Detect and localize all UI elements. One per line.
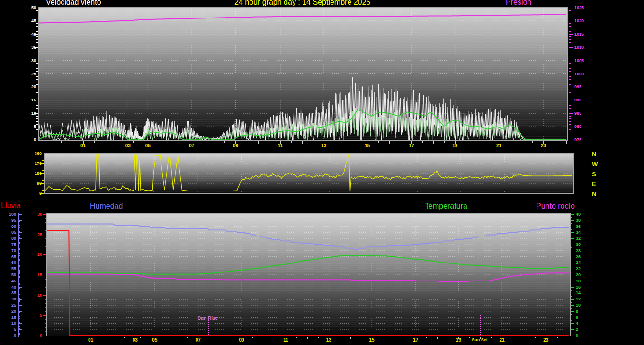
wind-axis-tick	[34, 34, 38, 35]
wind-axis-label: 5	[22, 124, 36, 129]
rain-title: Lluvia	[1, 201, 21, 209]
x-tick-bottom	[91, 337, 91, 339]
x-tick-top	[477, 141, 477, 144]
x-tick-top	[148, 141, 148, 144]
dir-axis-tick	[40, 193, 44, 194]
pressure-axis-tick	[569, 129, 571, 130]
pressure-axis-label: 1025	[574, 5, 584, 10]
humidity-axis-tick	[19, 282, 20, 282]
x-tick-bottom	[113, 337, 113, 339]
temp-axis-label: 22	[576, 266, 581, 271]
rain-axis-label: 20	[33, 252, 42, 257]
rain-axis-label: 30	[33, 212, 42, 217]
humidity-temp-dew-rain-chart	[46, 213, 571, 336]
x-tick-bottom	[69, 337, 69, 338]
wind-axis-label: 10	[22, 111, 36, 116]
x-tick-top	[269, 141, 269, 143]
humidity-axis-tick	[19, 327, 20, 327]
hour-label-bottom: 07	[194, 337, 202, 343]
humidity-axis-tick	[19, 266, 20, 267]
hour-label-bottom: 15	[367, 337, 376, 343]
x-tick-top	[335, 141, 335, 143]
temp-axis-tick	[571, 278, 572, 278]
humidity-axis-tick	[19, 311, 22, 312]
humidity-axis-tick	[19, 286, 20, 286]
humidity-axis-tick	[19, 242, 20, 243]
x-tick-bottom	[166, 337, 166, 338]
humidity-axis-tick	[19, 288, 20, 289]
x-tick-bottom	[275, 337, 275, 338]
humidity-axis-label: 35	[5, 291, 16, 295]
dir-axis-label: 270	[27, 161, 42, 166]
humidity-axis-tick	[19, 264, 20, 264]
pressure-axis-tick	[569, 74, 573, 74]
temp-axis-label: 36	[576, 224, 581, 229]
humidity-axis-label: 30	[5, 297, 16, 301]
humidity-axis-tick	[19, 300, 20, 301]
pressure-axis-tick	[569, 113, 573, 114]
temp-axis-tick	[571, 296, 572, 297]
temp-axis-label: 30	[576, 242, 581, 247]
temp-axis-tick	[571, 311, 574, 312]
hour-label-top: 11	[276, 143, 285, 148]
x-tick-bottom	[535, 337, 536, 338]
wind-axis-tick	[34, 8, 38, 8]
pressure-axis-tick	[569, 8, 573, 8]
pressure-axis-label: 1000	[574, 72, 584, 76]
humidity-axis-tick	[19, 223, 20, 223]
hour-label-bottom: 11	[282, 337, 290, 343]
dir-axis-label: 0	[27, 191, 42, 196]
x-tick-bottom	[426, 337, 427, 338]
temp-axis-label: 6	[576, 315, 578, 320]
humidity-axis-label: 50	[5, 272, 16, 277]
temp-axis-tick	[571, 245, 574, 245]
temp-axis-tick	[571, 284, 572, 284]
temp-axis-label: 26	[576, 254, 581, 259]
x-tick-bottom	[524, 337, 524, 339]
x-tick-bottom	[140, 337, 141, 338]
humidity-axis-tick	[19, 225, 20, 226]
temp-axis-tick	[571, 305, 574, 306]
humidity-axis-tick	[19, 268, 20, 268]
humidity-axis-tick	[19, 283, 20, 284]
humidity-axis-label: 65	[5, 254, 16, 259]
pressure-axis-label: 985	[574, 111, 581, 116]
humidity-axis-tick	[19, 271, 20, 272]
x-tick-top	[247, 141, 247, 143]
x-tick-bottom	[437, 337, 438, 339]
x-tick-bottom	[340, 337, 340, 338]
pressure-axis-tick	[569, 108, 571, 109]
pressure-axis-tick	[569, 13, 571, 13]
humidity-axis-tick	[19, 290, 20, 290]
humidity-axis-label: 40	[5, 285, 16, 290]
wind-axis-label: 0	[22, 137, 36, 142]
x-tick-top	[466, 141, 466, 143]
pressure-axis-tick	[569, 92, 571, 93]
pressure-axis-tick	[569, 71, 571, 72]
humidity-axis-tick	[19, 248, 20, 249]
humidity-axis-tick	[19, 221, 20, 222]
humidity-axis-tick	[19, 320, 20, 320]
humidity-axis-label: 100	[5, 212, 16, 217]
humidity-axis-label: 45	[5, 279, 16, 283]
pressure-axis-tick	[569, 82, 571, 82]
humidity-axis-tick	[19, 281, 22, 281]
pressure-axis-tick	[569, 124, 571, 125]
x-tick-top	[357, 141, 357, 143]
temp-axis-label: 16	[576, 285, 581, 290]
x-tick-top	[214, 141, 214, 144]
x-tick-bottom	[405, 337, 405, 338]
wind-axis-tick	[34, 87, 38, 87]
x-tick-bottom	[491, 337, 492, 338]
x-tick-bottom	[502, 337, 502, 339]
temp-axis-tick	[571, 314, 572, 315]
pressure-axis-tick	[569, 55, 571, 55]
humidity-axis-tick	[19, 224, 20, 224]
pressure-axis-tick	[569, 87, 573, 87]
hour-label-bottom: 05	[151, 337, 159, 343]
x-tick-top	[302, 141, 303, 144]
x-tick-bottom	[198, 337, 198, 339]
temp-axis-tick	[571, 287, 574, 288]
x-tick-top	[192, 141, 192, 144]
humidity-axis-tick	[19, 325, 20, 325]
